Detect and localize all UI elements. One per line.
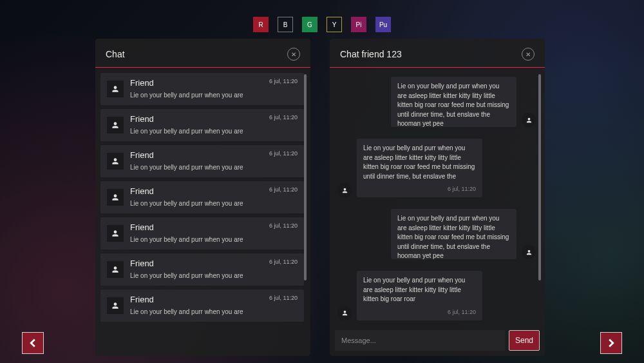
color-swatch[interactable]: R xyxy=(253,17,269,32)
color-swatch[interactable]: Pi xyxy=(351,17,366,32)
avatar xyxy=(337,306,352,320)
chat-item-time: 6 jul, 11:20 xyxy=(269,186,298,193)
panel-title: Chat xyxy=(106,49,125,59)
message-bubble: Lie on your belly and purr when you are … xyxy=(391,77,516,127)
panel-header: Chat friend 123 ✕ xyxy=(330,39,545,68)
chat-item-time: 6 jul, 11:20 xyxy=(269,114,298,121)
chat-list-scroll[interactable]: FriendLie on your belly and purr when yo… xyxy=(95,68,310,356)
chat-item-time: 6 jul, 11:20 xyxy=(269,259,298,265)
avatar xyxy=(522,245,536,259)
message-incoming: Lie on your belly and purr when you are … xyxy=(337,271,536,320)
message-time: 6 jul, 11:20 xyxy=(363,185,476,193)
avatar xyxy=(107,189,124,206)
color-swatch-row: RBGYPiPu xyxy=(0,17,644,32)
panel-header: Chat ✕ xyxy=(95,39,310,68)
message-text: Lie on your belly and purr when you are … xyxy=(363,144,476,181)
close-button[interactable]: ✕ xyxy=(287,48,300,61)
chat-list-item[interactable]: FriendLie on your belly and purr when yo… xyxy=(100,217,304,250)
chat-item-preview: Lie on your belly and purr when you are xyxy=(130,272,298,279)
chevron-right-icon xyxy=(607,338,616,348)
message-incoming: Lie on your belly and purr when you are … xyxy=(337,139,536,197)
avatar xyxy=(107,225,124,242)
message-bubble: Lie on your belly and purr when you are … xyxy=(357,271,482,320)
chat-item-preview: Lie on your belly and purr when you are xyxy=(130,236,298,243)
chat-list-item[interactable]: FriendLie on your belly and purr when yo… xyxy=(100,181,304,213)
scrollbar-thumb[interactable] xyxy=(304,74,307,280)
chat-list-panel: Chat ✕ FriendLie on your belly and purr … xyxy=(95,39,310,356)
chat-list-item[interactable]: FriendLie on your belly and purr when yo… xyxy=(100,73,304,105)
avatar xyxy=(522,113,536,127)
chat-item-time: 6 jul, 11:20 xyxy=(269,78,298,84)
message-composer: Message... Send xyxy=(335,330,540,351)
chat-list-item[interactable]: FriendLie on your belly and purr when yo… xyxy=(100,253,304,286)
color-swatch[interactable]: G xyxy=(302,17,317,32)
chat-item-preview: Lie on your belly and purr when you are xyxy=(130,308,298,315)
close-icon: ✕ xyxy=(291,51,296,58)
chat-item-preview: Lie on your belly and purr when you are xyxy=(130,164,298,171)
scrollbar-thumb[interactable] xyxy=(538,74,541,280)
message-bubble: Lie on your belly and purr when you are … xyxy=(391,209,516,259)
color-swatch[interactable]: Pu xyxy=(375,17,391,32)
avatar xyxy=(107,261,124,278)
close-icon: ✕ xyxy=(526,51,531,58)
message-outgoing: Lie on your belly and purr when you are … xyxy=(337,77,536,127)
conversation-panel: Chat friend 123 ✕ Lie on your belly and … xyxy=(330,39,545,356)
avatar xyxy=(337,183,352,197)
send-button[interactable]: Send xyxy=(509,330,540,351)
chat-item-preview: Lie on your belly and purr when you are xyxy=(130,200,298,207)
prev-button[interactable] xyxy=(22,332,44,354)
color-swatch[interactable]: B xyxy=(278,17,293,32)
chat-list-item[interactable]: FriendLie on your belly and purr when yo… xyxy=(100,109,304,141)
chat-item-time: 6 jul, 11:20 xyxy=(269,295,298,301)
avatar xyxy=(107,117,124,133)
next-button[interactable] xyxy=(600,332,622,354)
message-bubble: Lie on your belly and purr when you are … xyxy=(357,139,482,197)
chat-item-time: 6 jul, 11:20 xyxy=(269,150,298,157)
avatar xyxy=(107,153,124,170)
chat-item-preview: Lie on your belly and purr when you are xyxy=(130,128,298,135)
panel-title: Chat friend 123 xyxy=(340,49,402,59)
message-input[interactable]: Message... xyxy=(335,330,505,351)
chat-list-item[interactable]: FriendLie on your belly and purr when yo… xyxy=(100,145,304,177)
chat-list-item[interactable]: FriendLie on your belly and purr when yo… xyxy=(100,289,304,322)
chat-item-preview: Lie on your belly and purr when you are xyxy=(130,92,298,99)
message-text: Lie on your belly and purr when you are … xyxy=(397,214,510,259)
message-outgoing: Lie on your belly and purr when you are … xyxy=(337,209,536,259)
message-time: 6 jul, 11:20 xyxy=(363,308,476,317)
message-text: Lie on your belly and purr when you are … xyxy=(397,82,510,127)
conversation-scroll[interactable]: Lie on your belly and purr when you are … xyxy=(330,68,545,356)
close-button[interactable]: ✕ xyxy=(522,48,535,61)
avatar xyxy=(107,81,124,97)
chevron-left-icon xyxy=(28,338,37,348)
avatar xyxy=(107,297,124,314)
message-text: Lie on your belly and purr when you are … xyxy=(363,276,476,304)
chat-item-time: 6 jul, 11:20 xyxy=(269,222,298,229)
color-swatch[interactable]: Y xyxy=(327,17,342,32)
